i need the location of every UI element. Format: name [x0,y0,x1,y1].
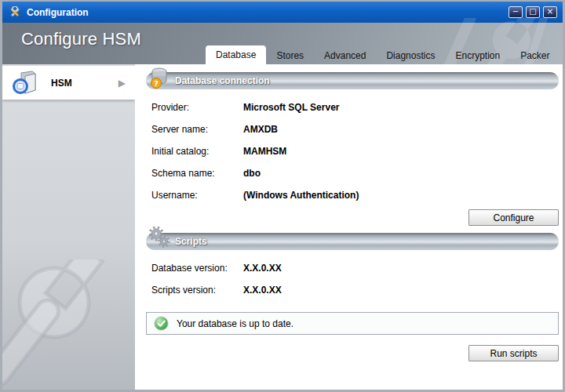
field-value: X.X.0.XX [243,263,282,274]
sidebar-item-hsm[interactable]: HSM ▶ [2,66,135,100]
wrench-watermark-icon [2,260,133,390]
field-value: AMXDB [243,124,278,135]
field-row-username: Username: (Windows Authentication) [151,184,559,206]
tab-database[interactable]: Database [206,45,266,64]
window-controls: − □ × [508,6,557,18]
app-icon [9,6,21,19]
content-area: HSM ▶ ? Database connection [2,64,563,390]
field-label: Initial catalog: [151,146,243,157]
section-title: Scripts [146,233,559,250]
tab-stores[interactable]: Stores [266,46,314,64]
tab-bar: Database Stores Advanced Diagnostics Enc… [206,45,565,64]
database-connection-header: ? Database connection [146,72,559,89]
database-icon: ? [149,67,173,93]
field-label: Provider: [151,102,243,113]
field-label: Username: [151,190,243,201]
window-title: Configuration [27,7,89,18]
field-value: (Windows Authentication) [243,190,359,201]
field-label: Database version: [151,263,243,274]
field-label: Schema name: [151,168,243,179]
tab-packer[interactable]: Packer [510,46,560,64]
configure-button[interactable]: Configure [468,209,559,226]
close-button[interactable]: × [543,6,557,18]
field-row-database-version: Database version: X.X.0.XX [151,257,559,279]
database-status-banner: Your database is up to date. [146,312,559,335]
page-header: Configure HSM Database Stores Advanced D… [2,23,563,64]
tab-diagnostics[interactable]: Diagnostics [376,46,445,64]
field-label: Server name: [151,124,243,135]
field-value: MAMHSM [243,146,286,157]
gears-icon [149,227,171,253]
field-label: Scripts version: [151,285,243,296]
field-value: dbo [243,168,261,179]
maximize-button[interactable]: □ [526,6,540,18]
run-scripts-button[interactable]: Run scripts [468,345,559,361]
field-row-initial-catalog: Initial catalog: MAMHSM [151,140,559,162]
sidebar-item-label: HSM [51,78,72,89]
field-row-scripts-version: Scripts version: X.X.0.XX [151,279,559,301]
field-row-server-name: Server name: AMXDB [151,118,559,140]
field-row-provider: Provider: Microsoft SQL Server [151,96,559,118]
page-title: Configure HSM [21,29,141,49]
tab-tasks[interactable]: Tasks [560,46,565,64]
minimize-button[interactable]: − [508,6,523,18]
scripts-header: Scripts [146,233,559,250]
chevron-right-icon: ▶ [118,78,126,89]
green-check-icon [154,316,169,331]
field-value: X.X.0.XX [243,285,282,296]
main-panel: ? Database connection Provider: Microsof… [135,64,563,390]
configuration-window: Configuration − □ × Configure HSM D [0,0,565,392]
svg-text:?: ? [154,79,159,88]
field-value: Microsoft SQL Server [243,102,339,113]
section-title: Database connection [146,72,559,89]
database-fields: Provider: Microsoft SQL Server Server na… [146,89,559,206]
sidebar: HSM ▶ [2,64,135,390]
hsm-package-icon [12,70,40,96]
scripts-fields: Database version: X.X.0.XX Scripts versi… [146,250,559,301]
field-row-schema-name: Schema name: dbo [151,162,559,184]
tab-advanced[interactable]: Advanced [314,46,376,64]
tab-encryption[interactable]: Encryption [445,46,510,64]
status-message: Your database is up to date. [177,318,293,329]
